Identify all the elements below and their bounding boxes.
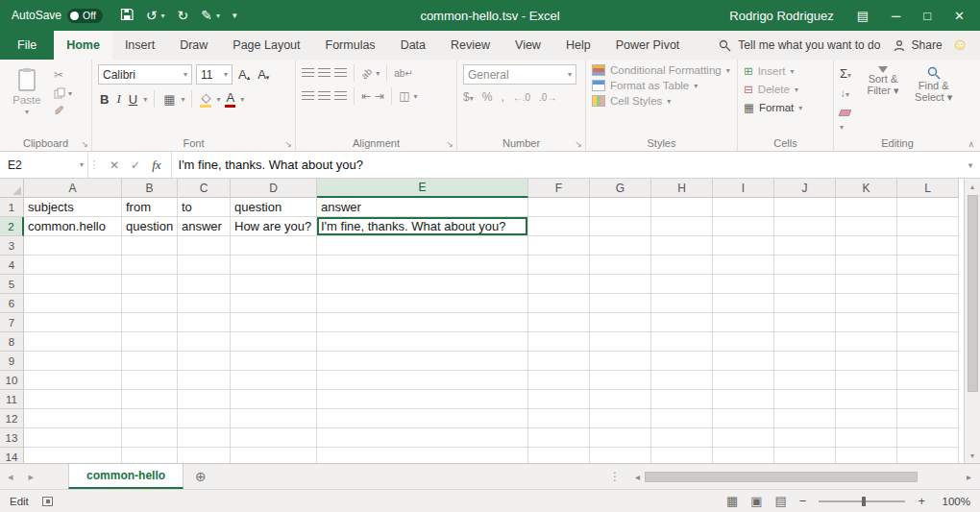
collapse-ribbon-icon[interactable]: ∧ <box>968 139 974 149</box>
cell-B10[interactable] <box>122 371 178 390</box>
cell-A1[interactable]: subjects <box>24 198 122 217</box>
cell-I14[interactable] <box>713 448 774 463</box>
cell-E7[interactable] <box>317 313 528 332</box>
minimize-button[interactable]: ─ <box>892 9 900 23</box>
cell-A13[interactable] <box>24 428 122 448</box>
cell-L1[interactable] <box>897 198 959 217</box>
cell-F2[interactable] <box>528 217 590 236</box>
cell-J1[interactable] <box>774 198 836 217</box>
cell-H9[interactable] <box>651 352 713 371</box>
row-header-13[interactable]: 13 <box>0 428 24 448</box>
wrap-text-button[interactable]: ab↵ <box>394 68 413 79</box>
cut-button[interactable]: ✂ <box>54 68 72 82</box>
chevron-down-icon[interactable]: ▾ <box>240 95 244 104</box>
column-header-H[interactable]: H <box>651 179 713 198</box>
formula-input[interactable]: I'm fine, thanks. What about you? <box>172 152 961 178</box>
delete-cells-button[interactable]: ⊟Delete▾ <box>744 83 827 96</box>
cell-styles-button[interactable]: Cell Styles▾ <box>592 95 731 107</box>
cell-B3[interactable] <box>122 236 178 256</box>
tell-me-search[interactable]: Tell me what you want to do <box>719 31 880 60</box>
autosave-pill[interactable]: Off <box>67 9 103 23</box>
cell-D13[interactable] <box>231 428 317 448</box>
cell-E6[interactable] <box>317 294 528 313</box>
cell-A12[interactable] <box>24 409 122 428</box>
cell-J2[interactable] <box>774 217 836 236</box>
cell-D10[interactable] <box>231 371 317 390</box>
cell-A14[interactable] <box>24 448 122 463</box>
select-all-button[interactable] <box>0 179 24 198</box>
feedback-smiley-icon[interactable]: ☺ <box>952 31 980 60</box>
tab-draw[interactable]: Draw <box>167 31 220 60</box>
page-break-view-icon[interactable]: ▤ <box>775 494 787 508</box>
cell-E2[interactable]: I'm fine, thanks. What about you? <box>317 217 528 236</box>
column-header-D[interactable]: D <box>231 179 317 198</box>
cell-C12[interactable] <box>178 409 231 428</box>
column-header-I[interactable]: I <box>713 179 774 198</box>
cell-K2[interactable] <box>836 217 897 236</box>
cell-J11[interactable] <box>774 390 836 409</box>
row-header-4[interactable]: 4 <box>0 256 24 275</box>
cell-G9[interactable] <box>590 352 651 371</box>
cell-C4[interactable] <box>178 256 231 275</box>
tab-page-layout[interactable]: Page Layout <box>220 31 312 60</box>
cell-D11[interactable] <box>231 390 317 409</box>
cell-J9[interactable] <box>774 352 836 371</box>
underline-button[interactable]: U <box>127 92 139 107</box>
copy-button[interactable]: ▾ <box>54 87 72 99</box>
increase-indent-button[interactable]: ⇥ <box>375 89 384 103</box>
cell-G12[interactable] <box>590 409 651 428</box>
tab-splitter-handle[interactable]: ⋮ <box>603 464 626 489</box>
cell-K4[interactable] <box>836 256 897 275</box>
tab-home[interactable]: Home <box>54 31 112 60</box>
cell-H8[interactable] <box>651 332 713 352</box>
macro-record-icon[interactable] <box>42 497 53 506</box>
row-header-5[interactable]: 5 <box>0 275 24 294</box>
undo-button[interactable]: ↺ <box>146 8 158 23</box>
vertical-scrollbar[interactable]: ▴ ▾ <box>964 179 980 463</box>
cell-G6[interactable] <box>590 294 651 313</box>
cell-F1[interactable] <box>528 198 590 217</box>
alignment-dialog-launcher-icon[interactable]: ↘ <box>446 139 453 149</box>
cell-K5[interactable] <box>836 275 897 294</box>
cell-A2[interactable]: common.hello <box>24 217 122 236</box>
row-header-14[interactable]: 14 <box>0 448 24 463</box>
cell-G8[interactable] <box>590 332 651 352</box>
cell-B6[interactable] <box>122 294 178 313</box>
row-header-7[interactable]: 7 <box>0 313 24 332</box>
cell-L8[interactable] <box>897 332 959 352</box>
horizontal-scroll-track[interactable] <box>645 471 962 483</box>
cell-K10[interactable] <box>836 371 897 390</box>
italic-button[interactable]: I <box>114 91 122 107</box>
cell-A6[interactable] <box>24 294 122 313</box>
orientation-button[interactable]: ab <box>359 65 375 81</box>
cancel-entry-icon[interactable]: ✕ <box>110 158 119 172</box>
cell-C11[interactable] <box>178 390 231 409</box>
cell-J13[interactable] <box>774 428 836 448</box>
cell-J14[interactable] <box>774 448 836 463</box>
touch-mode-button[interactable]: ✎ <box>201 8 212 23</box>
find-select-button[interactable]: Find & Select ▾ <box>912 64 955 133</box>
borders-button[interactable]: ▦ <box>161 92 177 107</box>
cell-I1[interactable] <box>713 198 774 217</box>
cell-F12[interactable] <box>528 409 590 428</box>
cell-H12[interactable] <box>651 409 713 428</box>
cell-F11[interactable] <box>528 390 590 409</box>
undo-chevron-icon[interactable]: ▾ <box>161 12 165 20</box>
tab-file[interactable]: File <box>0 31 54 60</box>
scroll-up-icon[interactable]: ▴ <box>965 179 980 194</box>
cell-I10[interactable] <box>713 371 774 390</box>
format-painter-button[interactable] <box>54 105 72 116</box>
tab-review[interactable]: Review <box>438 31 502 60</box>
cell-E1[interactable]: answer <box>317 198 528 217</box>
tab-power-pivot[interactable]: Power Pivot <box>603 31 693 60</box>
bold-button[interactable]: B <box>98 92 110 107</box>
cell-E10[interactable] <box>317 371 528 390</box>
align-left-icon[interactable] <box>302 91 314 101</box>
cell-D9[interactable] <box>231 352 317 371</box>
cell-E3[interactable] <box>317 236 528 256</box>
cell-E8[interactable] <box>317 332 528 352</box>
tab-data[interactable]: Data <box>388 31 438 60</box>
cell-G11[interactable] <box>590 390 651 409</box>
cell-L10[interactable] <box>897 371 959 390</box>
font-size-select[interactable]: 11▾ <box>196 64 233 85</box>
